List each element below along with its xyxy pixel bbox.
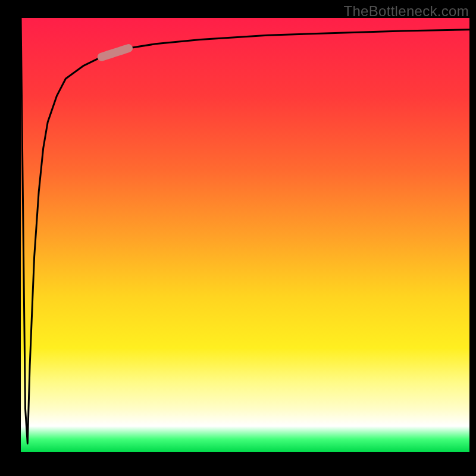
watermark-text: TheBottleneck.com: [343, 3, 469, 20]
curve-layer: [21, 18, 469, 452]
chart-frame: TheBottleneck.com: [0, 0, 476, 476]
bottleneck-curve: [21, 18, 469, 443]
plot-area: [21, 18, 469, 452]
curve-marker: [102, 48, 129, 57]
